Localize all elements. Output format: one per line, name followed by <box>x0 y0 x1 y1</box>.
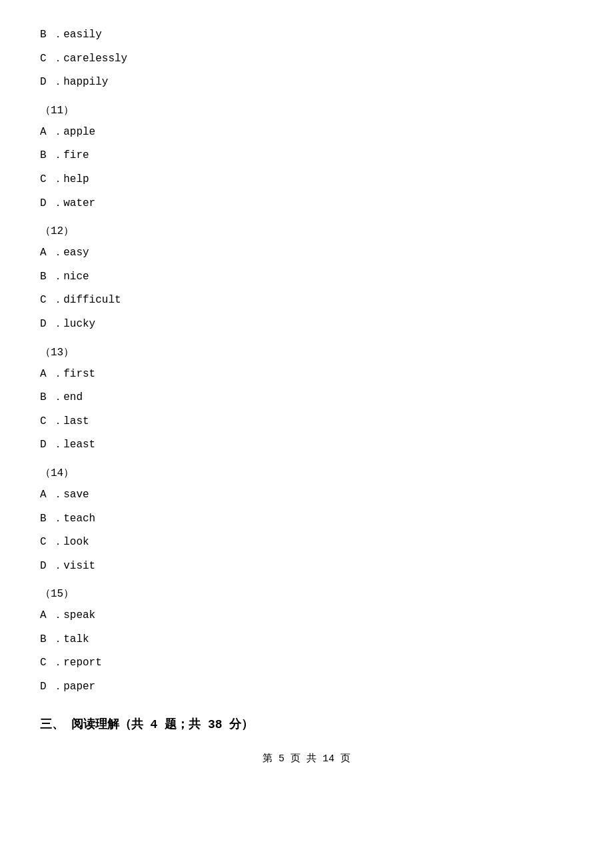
option-c-carelessly: C ．carelessly <box>40 51 573 68</box>
q13-option-d: D ．least <box>40 437 573 454</box>
q12-option-d: D ．lucky <box>40 316 573 333</box>
q12-option-a: A ．easy <box>40 245 573 262</box>
q13-option-a: A ．first <box>40 366 573 383</box>
question-number-15: （15） <box>40 587 573 601</box>
q14-option-b: B ．teach <box>40 511 573 528</box>
question-number-11: （11） <box>40 103 573 117</box>
question-14: （14） A ．save B ．teach C ．look D ．visit <box>40 466 573 575</box>
option-b-easily: B ．easily <box>40 27 573 44</box>
q13-option-b: B ．end <box>40 389 573 407</box>
q15-option-c: C ．report <box>40 655 573 672</box>
q15-option-b: B ．talk <box>40 631 573 649</box>
page-footer: 第 5 页 共 14 页 <box>40 752 573 765</box>
q14-option-d: D ．visit <box>40 558 573 575</box>
q11-option-d: D ．water <box>40 195 573 213</box>
q14-option-a: A ．save <box>40 487 573 504</box>
q12-option-b: B ．nice <box>40 269 573 286</box>
question-number-14: （14） <box>40 466 573 480</box>
question-13: （13） A ．first B ．end C ．last D ．least <box>40 345 573 454</box>
question-15: （15） A ．speak B ．talk C ．report D ．paper <box>40 587 573 695</box>
q14-option-c: C ．look <box>40 534 573 551</box>
preceding-options: B ．easily C ．carelessly D ．happily <box>40 27 573 91</box>
q11-option-c: C ．help <box>40 171 573 189</box>
q12-option-c: C ．difficult <box>40 292 573 309</box>
question-number-13: （13） <box>40 345 573 359</box>
q11-option-b: B ．fire <box>40 147 573 165</box>
question-12: （12） A ．easy B ．nice C ．difficult D ．luc… <box>40 224 573 333</box>
question-11: （11） A ．apple B ．fire C ．help D ．water <box>40 103 573 212</box>
q15-option-a: A ．speak <box>40 607 573 625</box>
q15-option-d: D ．paper <box>40 679 573 696</box>
option-d-happily: D ．happily <box>40 74 573 91</box>
section-title-reading: 三、 阅读理解（共 4 题；共 38 分） <box>40 716 573 732</box>
question-number-12: （12） <box>40 224 573 238</box>
q13-option-c: C ．last <box>40 413 573 431</box>
page-content: B ．easily C ．carelessly D ．happily （11） … <box>40 27 573 765</box>
q11-option-a: A ．apple <box>40 124 573 141</box>
